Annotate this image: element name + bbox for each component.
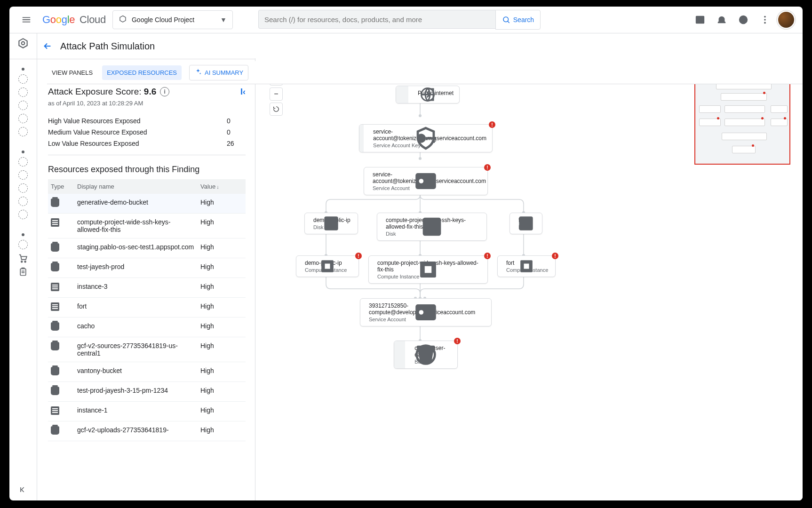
node-service-account[interactable]: service-account@tokenizer.iam.gserviceac… (364, 167, 488, 195)
zoom-out-button[interactable]: − (270, 87, 283, 101)
project-icon (119, 15, 127, 25)
help-icon[interactable] (734, 10, 753, 29)
tab-exposed-resources[interactable]: EXPOSED RESOURCES (102, 65, 182, 80)
svg-rect-33 (325, 264, 330, 269)
svg-rect-10 (20, 269, 26, 275)
google-cloud-logo[interactable]: Google Cloud (42, 14, 106, 26)
nav-item[interactable] (18, 157, 28, 167)
nav-item[interactable] (18, 170, 28, 180)
attack-path-canvas[interactable]: + − (255, 58, 803, 500)
tab-view-panels[interactable]: VIEW PANELS (47, 65, 97, 80)
resources-table: Type Display name Value↓ generative-demo… (48, 179, 246, 441)
bucket-icon (51, 342, 59, 350)
cart-icon[interactable] (18, 253, 28, 263)
table-row[interactable]: instance-1 High (48, 402, 246, 421)
node-compute-service-account[interactable]: 393127152850-compute@developer.gservicea… (360, 298, 492, 326)
avatar[interactable] (777, 11, 795, 29)
table-row[interactable]: staging.pablo-os-sec-test1.appspot.com H… (48, 238, 246, 258)
nav-item[interactable] (18, 74, 28, 84)
page-title: Attack Path Simulation (60, 41, 155, 52)
info-icon[interactable]: i (160, 87, 169, 96)
search-bar: Search (258, 10, 541, 30)
search-input[interactable] (258, 10, 495, 29)
node-disk-demo-public-ip[interactable]: demo-public-ipDisk (304, 213, 358, 234)
table-row[interactable]: generative-demo-bucket High (48, 194, 246, 214)
security-product-icon[interactable] (17, 38, 29, 50)
alert-badge: ! (552, 253, 558, 259)
svg-rect-37 (524, 264, 529, 269)
reset-view-button[interactable] (270, 103, 283, 116)
svg-point-7 (22, 42, 25, 45)
table-row[interactable]: instance-3 High (48, 278, 246, 298)
col-type[interactable]: Type (48, 179, 74, 194)
table-row[interactable]: test-jayesh-prod High (48, 258, 246, 278)
node-bucket-critical-user-data[interactable]: critical-user-dataBucket ! (394, 341, 458, 369)
nav-item[interactable] (18, 127, 28, 136)
search-button[interactable]: Search (495, 10, 541, 30)
nav-item[interactable] (18, 210, 28, 219)
ai-summary-button[interactable]: AI SUMMARY (189, 65, 248, 80)
score-row: High Value Resources Exposed0 (48, 115, 246, 127)
resource-value: High (198, 362, 246, 382)
node-disk-compute-ssh[interactable]: compute-project-wide-ssh-keys-allowed-fi… (377, 213, 487, 241)
top-bar: Google Cloud Google Cloud Project ▼ Sear… (9, 7, 803, 33)
svg-rect-30 (423, 218, 441, 236)
table-row[interactable]: fort High (48, 298, 246, 318)
nav-item[interactable] (18, 101, 28, 110)
resource-name: test-prod-jayesh-3-15-pm-1234 (74, 382, 198, 402)
bucket-icon (51, 243, 59, 252)
resource-value: High (198, 238, 246, 258)
resource-name: gcf-v2-uploads-277353641819- (74, 421, 198, 441)
bucket-icon (51, 198, 59, 207)
resource-name: gcf-v2-sources-277353641819-us-central1 (74, 337, 198, 362)
svg-point-12 (419, 157, 422, 160)
node-disk-fort[interactable]: fortDisk (509, 213, 542, 234)
collapse-panel-icon[interactable]: I‹ (240, 87, 246, 97)
node-compute-demo-public-ip[interactable]: demo-public-ipCompute Instance ! (296, 255, 359, 277)
doc-icon (51, 406, 59, 415)
svg-point-6 (764, 22, 766, 24)
nav-item[interactable] (18, 183, 28, 193)
cloud-shell-icon[interactable] (691, 10, 709, 29)
alert-badge: ! (484, 164, 491, 171)
table-row[interactable]: gcf-v2-sources-277353641819-us-central1 … (48, 337, 246, 362)
svg-rect-31 (519, 216, 533, 230)
alert-badge: ! (355, 253, 362, 259)
collapse-rail-icon[interactable] (18, 485, 28, 496)
notifications-icon[interactable] (712, 10, 731, 29)
svg-point-11 (419, 114, 422, 117)
col-value[interactable]: Value↓ (198, 179, 246, 194)
clipboard-icon[interactable] (18, 267, 28, 277)
bucket-icon (51, 322, 59, 331)
more-icon[interactable] (756, 10, 774, 29)
node-compute-fort[interactable]: fortCompute Instance ! (497, 255, 556, 277)
node-service-account-key[interactable]: service-account@tokenizer.iam.gserviceac… (359, 124, 493, 152)
project-picker[interactable]: Google Cloud Project ▼ (112, 10, 233, 29)
caret-down-icon: ▼ (220, 16, 227, 24)
table-row[interactable]: compute-project-wide-ssh-keys-allowed-fi… (48, 214, 246, 238)
table-row[interactable]: vantony-bucket High (48, 362, 246, 382)
nav-section-dot (22, 68, 24, 71)
exposed-resources-panel: Attack Exposure Score: 9.6 i I‹ as of Ap… (37, 58, 255, 500)
nav-item[interactable] (18, 197, 28, 206)
nav-item[interactable] (18, 87, 28, 97)
alert-badge: ! (484, 253, 491, 259)
table-row[interactable]: cacho High (48, 318, 246, 337)
nav-section-dot (22, 233, 24, 236)
resource-value: High (198, 421, 246, 441)
table-row[interactable]: test-prod-jayesh-3-15-pm-1234 High (48, 382, 246, 402)
resource-name: compute-project-wide-ssh-keys-allowed-fi… (74, 214, 198, 238)
resource-value: High (198, 337, 246, 362)
node-compute-ssh[interactable]: compute-project-wide-ssh-keys-allowed-fi… (368, 255, 488, 284)
svg-rect-26 (433, 137, 435, 143)
score-row: Medium Value Resource Exposed0 (48, 127, 246, 138)
nav-item[interactable] (18, 240, 28, 249)
table-row[interactable]: gcf-v2-uploads-277353641819- High (48, 421, 246, 441)
svg-point-39 (419, 310, 424, 315)
back-button[interactable] (42, 41, 53, 51)
nav-item[interactable] (18, 114, 28, 123)
col-display-name[interactable]: Display name (74, 179, 198, 194)
node-public-internet[interactable]: Public internet (396, 86, 460, 103)
score-row: Low Value Resources Exposed26 (48, 138, 246, 149)
menu-icon[interactable] (17, 10, 36, 29)
